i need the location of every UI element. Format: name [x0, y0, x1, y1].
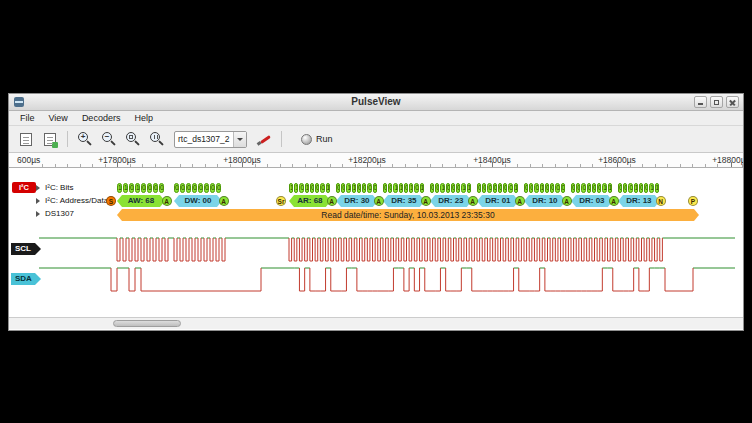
i2c-ack-annotation: A [219, 196, 229, 206]
probe-icon [257, 132, 272, 147]
i2c-byte-annotation: AW: 68 [117, 195, 165, 207]
i2c-bit-annotation: 0 [561, 183, 565, 193]
ruler-tick-major [492, 162, 493, 167]
i2c-byte-annotation: DR: 23 [430, 195, 472, 207]
i2c-ack-annotation: A [421, 196, 431, 206]
i2c-start-annotation: S [106, 196, 116, 206]
i2c-bit-annotation: 1 [440, 183, 444, 193]
ruler-tick-minor [330, 164, 331, 167]
signal-tag-scl[interactable]: SCL [11, 243, 41, 255]
i2c-byte-annotation: DW: 00 [174, 195, 222, 207]
ruler-tick-minor [630, 164, 631, 167]
horizontal-scrollbar[interactable] [9, 317, 743, 329]
i2c-byte-annotation: DR: 30 [336, 195, 378, 207]
i2c-bit-annotation: 0 [451, 183, 455, 193]
ruler-tick-minor [342, 164, 343, 167]
i2c-byte-annotation: DR: 01 [477, 195, 519, 207]
i2c-bit-annotation: 0 [153, 183, 158, 193]
i2c-byte-annotation: DR: 35 [383, 195, 425, 207]
session-select-value: rtc_ds1307_2 [175, 134, 233, 144]
i2c-bit-annotation: 0 [524, 183, 528, 193]
menu-help[interactable]: Help [127, 112, 160, 124]
i2c-bit-annotation: 0 [180, 183, 185, 193]
save-button[interactable] [39, 128, 61, 150]
i2c-bit-annotation: 1 [294, 183, 298, 193]
i2c-bit-annotation: 0 [435, 183, 439, 193]
i2c-bit-annotation: 0 [623, 183, 627, 193]
i2c-byte-annotation: DR: 13 [618, 195, 660, 207]
ruler-tick-minor [680, 164, 681, 167]
i2c-bit-annotation: 0 [414, 183, 418, 193]
zoom-fit-icon [125, 131, 141, 147]
i2c-bit-annotation: 1 [655, 183, 659, 193]
i2c-bit-annotation: 1 [346, 183, 350, 193]
i2c-bit-annotation: 0 [174, 183, 179, 193]
minimize-button[interactable] [694, 96, 707, 108]
i2c-bit-annotation: 0 [644, 183, 648, 193]
i2c-bit-annotation: 0 [576, 183, 580, 193]
i2c-bit-annotation: 1 [326, 183, 330, 193]
i2c-bit-annotation: 0 [362, 183, 366, 193]
timeline-ruler[interactable]: 600µs +17800µs+18000µs+18200µs+18400µs+1… [9, 153, 743, 168]
i2c-bit-annotation: 0 [446, 183, 450, 193]
titlebar[interactable]: PulseView [9, 94, 743, 111]
toolbar: rtc_ds1307_2 Run [9, 126, 743, 153]
i2c-bit-annotation: 1 [649, 183, 653, 193]
window-title: PulseView [9, 96, 743, 107]
zoom-in-icon [77, 131, 93, 147]
ruler-tick-minor [530, 164, 531, 167]
i2c-bit-annotation: 0 [487, 183, 491, 193]
i2c-bit-annotation: 0 [587, 183, 591, 193]
i2c-restart-annotation: Sr [276, 196, 286, 206]
maximize-button[interactable] [710, 96, 723, 108]
signal-tag-sda[interactable]: SDA [11, 273, 41, 285]
ruler-tick-minor [467, 164, 468, 167]
i2c-bit-annotation: 0 [310, 183, 314, 193]
i2c-bit-annotation: 0 [477, 183, 481, 193]
i2c-bit-annotation: 1 [467, 183, 471, 193]
i2c-bit-annotation: 0 [336, 183, 340, 193]
i2c-bit-annotation: 0 [129, 183, 134, 193]
i2c-bit-annotation: 0 [581, 183, 585, 193]
i2c-bit-annotation: 1 [634, 183, 638, 193]
ruler-scale-label: 600µs [17, 155, 40, 165]
i2c-bit-annotation: 0 [388, 183, 392, 193]
menu-view[interactable]: View [42, 112, 75, 124]
ruler-tick-minor [442, 164, 443, 167]
i2c-bit-annotation: 0 [186, 183, 191, 193]
probe-config-button[interactable] [253, 128, 275, 150]
run-label: Run [316, 134, 333, 144]
ruler-tick-minor [417, 164, 418, 167]
zoom-one-to-one-button[interactable] [146, 128, 168, 150]
ruler-tick-minor [580, 164, 581, 167]
i2c-bit-annotation: 1 [135, 183, 140, 193]
i2c-bit-annotation: 1 [289, 183, 293, 193]
ruler-tick-minor [205, 164, 206, 167]
open-file-button[interactable] [15, 128, 37, 150]
session-select[interactable]: rtc_ds1307_2 [174, 131, 247, 148]
ruler-tick-major [731, 162, 732, 167]
toolbar-separator [67, 131, 68, 147]
close-button[interactable] [726, 96, 739, 108]
menu-decoders[interactable]: Decoders [75, 112, 128, 124]
i2c-bit-annotation: 1 [409, 183, 413, 193]
menu-file[interactable]: File [13, 112, 42, 124]
menubar: File View Decoders Help [9, 111, 743, 126]
ruler-tick-minor [642, 164, 643, 167]
run-button[interactable]: Run [294, 132, 340, 147]
i2c-ack-annotation: A [374, 196, 384, 206]
i2c-bit-annotation: 0 [493, 183, 497, 193]
i2c-bit-annotation: 0 [618, 183, 622, 193]
i2c-bit-annotation: 0 [204, 183, 209, 193]
trace-area[interactable]: I²C I²C: Bits I²C: Address/Data DS1307 1… [9, 168, 743, 317]
zoom-in-button[interactable] [74, 128, 96, 150]
i2c-bit-annotation: 0 [597, 183, 601, 193]
zoom-out-button[interactable] [98, 128, 120, 150]
ruler-tick-minor [292, 164, 293, 167]
i2c-bit-annotation: 1 [420, 183, 424, 193]
zoom-fit-button[interactable] [122, 128, 144, 150]
i2c-bit-annotation: 1 [602, 183, 606, 193]
ruler-tick-major [242, 162, 243, 167]
i2c-bit-annotation: 0 [299, 183, 303, 193]
scrollbar-thumb[interactable] [113, 320, 181, 327]
